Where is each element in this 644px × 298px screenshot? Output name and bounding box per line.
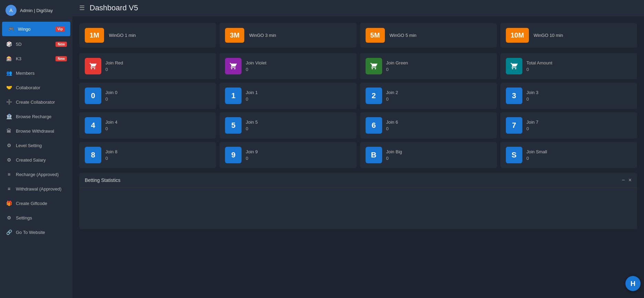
browse-recharge-icon: 🏦 (6, 113, 12, 120)
wingo-icon: 🎮 (8, 25, 14, 32)
num-icon-join-small: S (506, 147, 522, 163)
content-area: 1MWinGO 1 min3MWinGO 3 min5MWinGO 5 min1… (72, 16, 644, 298)
wingo-card-3m[interactable]: 3MWinGO 3 min (219, 23, 356, 48)
wingo-label-10m: WinGO 10 min (534, 33, 563, 38)
stat-info-join-red: Join Red0 (105, 60, 123, 72)
stat-card-join-6[interactable]: 6Join 60 (360, 112, 497, 138)
stat-value-total-amount: 0 (527, 67, 552, 72)
stat-card-join-green[interactable]: Join Green0 (360, 53, 497, 79)
stat-card-join-8[interactable]: 8Join 80 (79, 142, 216, 168)
stat-name-join-green: Join Green (386, 60, 408, 65)
badge-5d: New (55, 42, 67, 47)
stat-value-join-8: 0 (105, 156, 117, 161)
join-stats-row: Join Red0 Join Violet0 Join Green0 Total… (79, 53, 637, 79)
stat-card-join-1[interactable]: 1Join 10 (219, 83, 356, 109)
stat-info-join-8: Join 80 (105, 149, 117, 161)
stat-value-join-0: 0 (105, 96, 117, 102)
stat-card-join-big[interactable]: BJoin Big0 (360, 142, 497, 168)
stat-card-join-5[interactable]: 5Join 50 (219, 112, 356, 138)
stat-card-join-small[interactable]: SJoin Small0 (500, 142, 637, 168)
sidebar-item-created-salary[interactable]: ⚙Created Salary (0, 153, 72, 167)
stat-value-join-big: 0 (386, 156, 402, 161)
stat-value-join-2: 0 (386, 96, 398, 102)
betting-title: Betting Statistics (85, 177, 121, 183)
fab-button[interactable]: H (625, 276, 641, 291)
stat-card-join-3[interactable]: 3Join 30 (500, 83, 637, 109)
wingo-label-1m: WinGO 1 min (109, 33, 136, 38)
betting-controls: − × (622, 177, 632, 183)
stat-info-join-9: Join 90 (246, 149, 258, 161)
sidebar-label-5d: 5D (16, 42, 22, 47)
stat-name-join-8: Join 8 (105, 149, 117, 154)
wingo-card-1m[interactable]: 1MWinGO 1 min (79, 23, 216, 48)
stat-card-join-violet[interactable]: Join Violet0 (219, 53, 356, 79)
minimize-icon[interactable]: − (622, 177, 625, 183)
stat-name-join-big: Join Big (386, 149, 402, 154)
stat-card-join-7[interactable]: 7Join 70 (500, 112, 637, 138)
sidebar-item-create-giftcode[interactable]: 🎁Create Giftcode (0, 196, 72, 210)
num-icon-join-6: 6 (366, 117, 382, 134)
number-row-3: 8Join 809Join 90BJoin Big0SJoin Small0 (79, 142, 637, 168)
sidebar-item-go-to-website[interactable]: 🔗Go To Website (0, 225, 72, 239)
stat-info-join-4: Join 40 (105, 120, 117, 131)
stat-info-join-small: Join Small0 (527, 149, 547, 161)
wingo-card-5m[interactable]: 5MWinGO 5 min (360, 23, 497, 48)
sidebar-item-k3[interactable]: 🎰K3New (0, 51, 72, 66)
stat-card-join-red[interactable]: Join Red0 (79, 53, 216, 79)
sidebar-label-collaborator: Collaborator (16, 85, 40, 90)
sidebar-item-members[interactable]: 👥Members (0, 66, 72, 80)
sidebar-label-browse-recharge: Browse Recharge (16, 114, 51, 119)
sidebar-item-browse-withdrawal[interactable]: 🏛Browse Withdrawal (0, 124, 72, 138)
stat-value-join-small: 0 (527, 156, 547, 161)
5d-icon: 🎲 (6, 41, 12, 48)
sidebar-item-5d[interactable]: 🎲5DNew (0, 37, 72, 51)
stat-card-join-9[interactable]: 9Join 90 (219, 142, 356, 168)
main-content: ☰ Dashboard V5 1MWinGO 1 min3MWinGO 3 mi… (72, 0, 644, 298)
sidebar-item-browse-recharge[interactable]: 🏦Browse Recharge (0, 109, 72, 124)
sidebar-item-level-setting[interactable]: ⚙Level Setting (0, 138, 72, 153)
sidebar-item-settings[interactable]: ⚙Settings (0, 210, 72, 225)
sidebar-label-members: Members (16, 71, 34, 76)
wingo-card-10m[interactable]: 10MWinGO 10 min (500, 23, 637, 48)
num-icon-join-7: 7 (506, 117, 522, 134)
stat-value-join-1: 0 (246, 96, 258, 102)
stat-info-join-violet: Join Violet0 (246, 60, 266, 72)
sidebar-item-recharge-approved[interactable]: ≡Recharge (Approved) (0, 167, 72, 182)
stat-icon-join-green (366, 58, 382, 74)
sidebar-item-wingo[interactable]: 🎮WingoVip (2, 22, 70, 36)
stat-card-join-4[interactable]: 4Join 40 (79, 112, 216, 138)
topbar: ☰ Dashboard V5 (72, 0, 644, 16)
wingo-badge-3m: 3M (225, 28, 244, 43)
stat-name-join-3: Join 3 (527, 90, 539, 95)
sidebar-label-recharge-approved: Recharge (Approved) (16, 172, 59, 177)
sidebar-item-collaborator[interactable]: 🤝Collaborator (0, 80, 72, 95)
betting-header: Betting Statistics − × (79, 173, 637, 188)
number-row-1: 0Join 001Join 102Join 203Join 30 (79, 83, 637, 109)
stat-card-join-2[interactable]: 2Join 20 (360, 83, 497, 109)
fab-label: H (631, 280, 635, 288)
stat-info-join-6: Join 60 (386, 120, 398, 131)
sidebar-item-withdrawal-approved[interactable]: ≡Withdrawal (Approved) (0, 182, 72, 196)
menu-icon[interactable]: ☰ (79, 4, 85, 12)
stat-info-join-green: Join Green0 (386, 60, 408, 72)
stat-icon-total-amount (506, 58, 522, 74)
sidebar-label-withdrawal-approved: Withdrawal (Approved) (16, 186, 61, 192)
created-salary-icon: ⚙ (6, 156, 12, 163)
sidebar-label-go-to-website: Go To Website (16, 230, 45, 235)
stat-icon-join-violet (225, 58, 242, 74)
stat-info-join-7: Join 70 (527, 120, 539, 131)
sidebar-item-create-collaborator[interactable]: ➕Create Collaborator (0, 95, 72, 109)
stat-card-join-0[interactable]: 0Join 00 (79, 83, 216, 109)
stat-info-join-1: Join 10 (246, 90, 258, 102)
stat-value-join-5: 0 (246, 126, 258, 131)
stat-icon-join-red (85, 58, 101, 74)
stat-info-join-5: Join 50 (246, 120, 258, 131)
stat-value-join-green: 0 (386, 67, 408, 72)
stat-card-total-amount[interactable]: Total Amount0 (500, 53, 637, 79)
num-icon-join-3: 3 (506, 88, 522, 104)
close-icon[interactable]: × (628, 177, 632, 183)
level-setting-icon: ⚙ (6, 142, 12, 149)
sidebar: A Admin | DigiSlay 🎮WingoVip🎲5DNew🎰K3New… (0, 0, 72, 298)
sidebar-label-create-giftcode: Create Giftcode (16, 201, 47, 206)
badge-wingo: Vip (55, 27, 65, 32)
